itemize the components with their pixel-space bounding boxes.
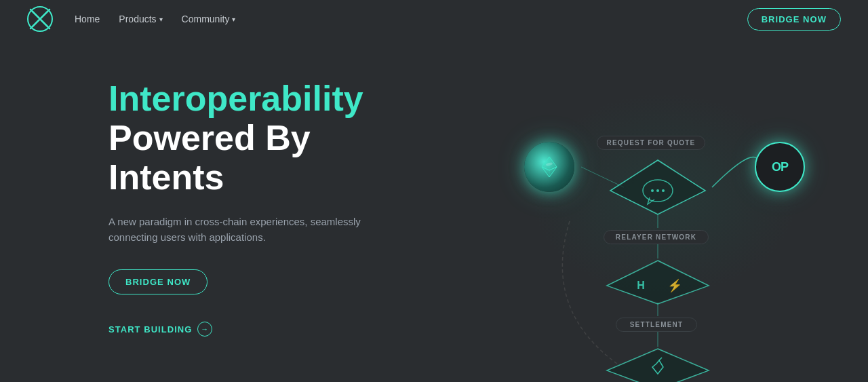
svg-marker-19 — [608, 350, 707, 382]
svg-point-12 — [656, 189, 659, 192]
settlement-label: SETTLEMENT — [616, 318, 697, 332]
svg-marker-9 — [612, 161, 704, 213]
nav-community[interactable]: Community ▾ — [182, 14, 236, 24]
arrow-circle-icon: → — [197, 322, 212, 337]
start-building-link[interactable]: START BUILDING → — [108, 322, 434, 337]
nav-products[interactable]: Products ▾ — [119, 14, 162, 24]
navbar: Home Products ▾ Community ▾ BRIDGE NOW — [0, 0, 868, 38]
svg-line-20 — [659, 358, 662, 360]
svg-text:⚡: ⚡ — [667, 278, 683, 293]
nav-home[interactable]: Home — [75, 14, 100, 24]
svg-marker-18 — [607, 349, 709, 382]
rfq-label: REQUEST FOR QUOTE — [597, 136, 705, 150]
op-node: OP — [753, 140, 807, 194]
svg-marker-15 — [608, 262, 707, 303]
hero-actions: BRIDGE NOW — [108, 269, 434, 294]
products-chevron-icon: ▾ — [159, 16, 163, 23]
svg-marker-8 — [610, 160, 705, 214]
svg-point-11 — [651, 189, 654, 192]
hero-title: Interoperability Powered By Intents — [108, 79, 434, 197]
relayer-label: RELAYER NETWORK — [604, 230, 709, 244]
svg-marker-14 — [607, 261, 709, 304]
svg-text:H: H — [637, 280, 645, 291]
hero-section: Interoperability Powered By Intents A ne… — [0, 38, 868, 382]
community-chevron-icon: ▾ — [232, 16, 235, 23]
hero-subtitle: A new paradigm in cross-chain experience… — [108, 214, 373, 246]
nav-left: Home Products ▾ Community ▾ — [27, 6, 235, 32]
eth-circle — [524, 142, 574, 192]
hero-text: Interoperability Powered By Intents A ne… — [108, 65, 434, 337]
hero-bridge-button[interactable]: BRIDGE NOW — [108, 269, 208, 294]
eth-node — [522, 140, 576, 194]
svg-point-13 — [662, 189, 665, 192]
nav-bridge-button[interactable]: BRIDGE NOW — [747, 8, 841, 31]
op-circle: OP — [755, 142, 805, 192]
diagram: H ⚡ REQUEST FOR QUOTE RELAYER NETWORK SE… — [502, 52, 814, 382]
logo[interactable] — [27, 6, 53, 32]
nav-links: Home Products ▾ Community ▾ — [75, 14, 235, 24]
svg-line-3 — [581, 167, 624, 187]
svg-point-10 — [643, 180, 673, 202]
